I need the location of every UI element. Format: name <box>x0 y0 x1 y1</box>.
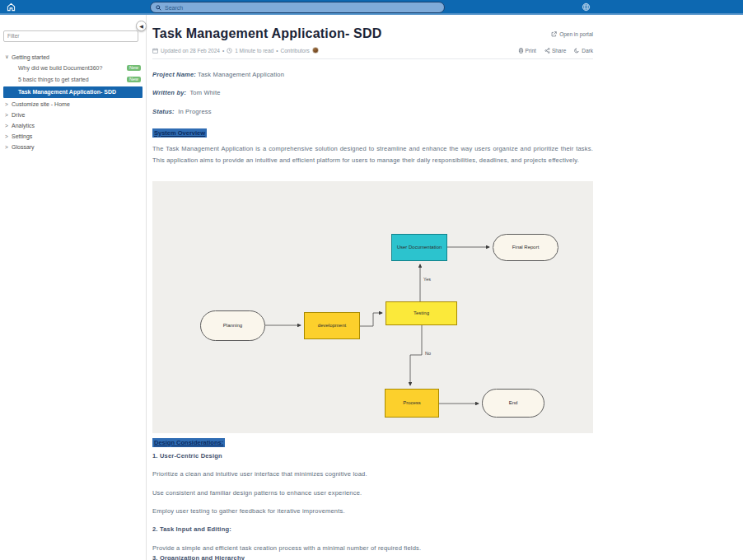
section-heading-design-considerations: Design Considerations: <box>152 438 225 447</box>
print-button[interactable]: Print <box>518 48 536 54</box>
design-paragraph: Employ user testing to gather feedback f… <box>152 507 593 515</box>
sidebar-item-5-basic-things[interactable]: 5 basic things to get started New <box>3 74 143 86</box>
flow-node-final-report: Final Report <box>493 234 558 261</box>
globe-icon[interactable] <box>582 2 591 12</box>
article-actions: Print Share Dark <box>518 48 593 54</box>
sidebar: ∨ Getting started Why did we build Docum… <box>0 15 147 560</box>
sidebar-item-label: 5 basic things to get started <box>18 77 89 82</box>
printer-icon <box>518 48 524 54</box>
share-icon <box>544 48 550 54</box>
calendar-icon <box>152 48 158 54</box>
sidebar-collapse-button[interactable]: ◀ <box>136 21 147 31</box>
sidebar-item-customize-site[interactable]: > Customize site - Home <box>3 99 143 110</box>
moon-icon <box>574 48 580 54</box>
sidebar-item-label: Drive <box>12 112 25 118</box>
chevron-right-icon: > <box>5 133 12 139</box>
contributor-avatar[interactable] <box>312 47 319 54</box>
article-meta: Updated on 28 Feb 2024 • 1 Minute to rea… <box>152 47 319 54</box>
field-status: Status: In Progress <box>152 108 593 115</box>
open-in-portal-link[interactable]: Open in portal <box>551 31 593 37</box>
header-divider <box>152 58 593 59</box>
chevron-right-icon: > <box>5 144 12 150</box>
design-subheading-3-cutoff: 3. Organization and Hierarchy <box>152 554 593 560</box>
chevron-right-icon: > <box>5 123 12 128</box>
flow-node-development: development <box>304 312 360 339</box>
sidebar-item-label: Customize site - Home <box>12 101 70 107</box>
contributors-label: Contributors <box>280 48 309 54</box>
design-subheading-1: 1. User-Centric Design <box>152 452 593 460</box>
design-paragraph: Provide a simple and efficient task crea… <box>152 544 593 552</box>
sidebar-item-task-management-sdd-selected[interactable]: Task Management Application- SDD <box>3 86 143 98</box>
design-paragraph: Use consistent and familiar design patte… <box>152 489 593 497</box>
external-link-icon <box>551 31 557 37</box>
section-heading-system-overview: System Overview <box>152 128 207 138</box>
chevron-right-icon: > <box>5 101 12 107</box>
search-input[interactable] <box>165 5 439 11</box>
design-subheading-2: 2. Task Input and Editing: <box>152 525 593 533</box>
field-project-name: Project Name:Task Management Application <box>152 71 593 78</box>
sidebar-item-drive[interactable]: > Drive <box>3 110 143 120</box>
field-written-by: Written by: Tom White <box>152 89 593 96</box>
new-badge: New <box>127 65 141 72</box>
new-badge: New <box>127 77 141 83</box>
flow-node-user-documentation: User Documentation <box>391 234 447 261</box>
read-time: 1 Minute to read <box>235 48 273 54</box>
sidebar-item-label: Settings <box>12 133 32 139</box>
sidebar-item-glossary[interactable]: > Glossary <box>3 142 143 152</box>
sidebar-item-why-document360[interactable]: Why did we build Document360? New <box>3 63 143 74</box>
dark-mode-button[interactable]: Dark <box>574 48 593 54</box>
sidebar-item-label: Why did we build Document360? <box>18 65 102 71</box>
category-tree: ∨ Getting started Why did we build Docum… <box>3 52 143 152</box>
sidebar-item-label: Task Management Application- SDD <box>18 89 116 95</box>
edge-label-yes: Yes <box>423 277 431 282</box>
flowchart-image[interactable]: Planning development Testing User Docume… <box>152 181 593 433</box>
sidebar-item-label: Glossary <box>12 144 35 150</box>
home-icon[interactable] <box>7 2 16 12</box>
chevron-down-icon: ∨ <box>5 54 12 60</box>
share-button[interactable]: Share <box>544 48 566 54</box>
flow-node-testing: Testing <box>386 301 457 325</box>
flow-node-end: End <box>482 389 544 418</box>
sidebar-item-label: Analytics <box>12 123 35 128</box>
chevron-right-icon: > <box>5 112 12 118</box>
sidebar-item-settings[interactable]: > Settings <box>3 131 143 142</box>
search-icon <box>156 5 161 11</box>
article-meta-row: Updated on 28 Feb 2024 • 1 Minute to rea… <box>152 47 593 54</box>
updated-date: Updated on 28 Feb 2024 <box>161 48 220 54</box>
filter-input[interactable] <box>3 30 138 42</box>
sidebar-section-getting-started[interactable]: ∨ Getting started <box>3 52 143 63</box>
overview-paragraph: The Task Management Application is a com… <box>152 143 593 166</box>
edge-label-no: No <box>425 351 431 356</box>
page-title: Task Management Application- SDD <box>152 26 593 41</box>
sidebar-section-label: Getting started <box>12 54 49 60</box>
search-bar[interactable] <box>150 2 445 13</box>
flow-node-planning: Planning <box>200 310 265 341</box>
flow-node-process: Process <box>385 389 439 418</box>
design-paragraph: Prioritize a clean and intuitive user in… <box>152 470 593 478</box>
top-navigation-bar <box>0 0 743 15</box>
article: Open in portal Task Management Applicati… <box>152 15 593 560</box>
clock-icon <box>227 48 232 54</box>
sidebar-item-analytics[interactable]: > Analytics <box>3 120 143 131</box>
